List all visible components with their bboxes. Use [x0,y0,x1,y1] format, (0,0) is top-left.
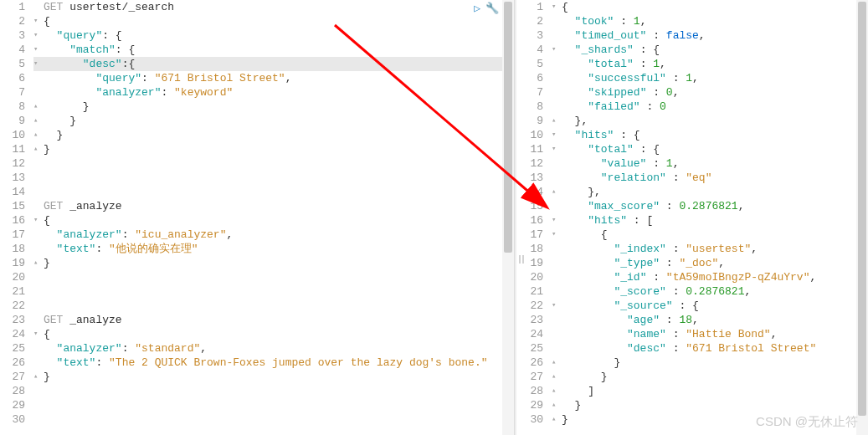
code-content[interactable]: "relation" : "eq" [562,171,868,185]
code-content[interactable] [44,284,514,299]
left-code-line[interactable]: 16▾{ [0,213,514,228]
left-code-line[interactable]: 10▴ } [0,128,514,142]
fold-toggle-icon[interactable]: ▾ [552,0,562,14]
right-code-line[interactable]: 29▴ } [515,398,868,412]
fold-toggle-icon[interactable]: ▾ [33,213,44,228]
code-content[interactable]: "total" : 1, [562,57,868,71]
right-code-line[interactable]: 3 "timed_out" : false, [515,28,868,43]
code-content[interactable]: } [44,256,514,270]
right-code-line[interactable]: 1▾{ [515,0,868,14]
code-content[interactable]: } [44,370,514,384]
code-content[interactable]: } [562,370,868,384]
fold-toggle-icon[interactable]: ▴ [552,356,562,370]
divider-handle-icon[interactable]: || [517,255,524,264]
code-content[interactable]: "desc":{ [44,57,514,71]
left-code-line[interactable]: 24▾{ [0,327,514,341]
fold-toggle-icon[interactable]: ▴ [552,412,562,427]
code-content[interactable] [44,398,514,412]
code-content[interactable]: } [44,142,514,156]
right-code-line[interactable]: 28▴ ] [515,384,868,398]
code-content[interactable] [44,156,514,171]
code-content[interactable] [44,412,514,427]
code-content[interactable]: "took" : 1, [562,14,868,28]
code-content[interactable]: { [44,213,514,228]
fold-toggle-icon[interactable]: ▾ [33,14,44,28]
left-code-line[interactable]: 25 "analyzer": "standard", [0,341,514,356]
code-content[interactable]: "query": "671 Bristol Street", [44,71,514,85]
fold-toggle-icon[interactable]: ▴ [33,370,44,384]
response-viewer-pane[interactable]: 1▾{2 "took" : 1,3 "timed_out" : false,4▾… [515,0,868,435]
code-content[interactable]: GET usertest/_search [44,0,514,14]
right-code-line[interactable]: 13 "relation" : "eq" [515,171,868,185]
right-code-line[interactable]: 2 "took" : 1, [515,14,868,28]
code-content[interactable] [44,185,514,199]
code-content[interactable]: { [562,228,868,242]
code-content[interactable]: "text": "他说的确实在理" [44,242,514,256]
right-code-line[interactable]: 8 "failed" : 0 [515,100,868,114]
code-content[interactable]: }, [562,185,868,199]
code-content[interactable] [44,270,514,284]
code-content[interactable] [44,171,514,185]
code-content[interactable]: "analyzer": "keyword" [44,85,514,100]
code-content[interactable]: "_type" : "_doc", [562,256,868,270]
left-code-line[interactable]: 4▾ "match": { [0,43,514,57]
fold-toggle-icon[interactable]: ▾ [552,228,562,242]
right-code-line[interactable]: 24 "name" : "Hattie Bond", [515,327,868,341]
fold-toggle-icon[interactable]: ▾ [552,128,562,142]
code-content[interactable]: } [44,128,514,142]
code-content[interactable]: "hits" : [ [562,213,868,228]
left-code-line[interactable]: 18 "text": "他说的确实在理" [0,242,514,256]
right-code-line[interactable]: 23 "age" : 18, [515,313,868,327]
right-code-line[interactable]: 21 "_score" : 0.2876821, [515,284,868,299]
code-content[interactable]: { [44,14,514,28]
code-content[interactable]: "text": "The 2 QUICK Brown-Foxes jumped … [44,356,514,370]
fold-toggle-icon[interactable]: ▾ [33,57,44,71]
right-code-line[interactable]: 12 "value" : 1, [515,156,868,171]
fold-toggle-icon[interactable]: ▴ [552,370,562,384]
code-content[interactable]: "match": { [44,43,514,57]
code-content[interactable]: "hits" : { [562,128,868,142]
left-code-line[interactable]: 8▴ } [0,100,514,114]
code-content[interactable]: } [562,398,868,412]
fold-toggle-icon[interactable]: ▾ [33,28,44,43]
fold-toggle-icon[interactable]: ▾ [552,213,562,228]
left-code-line[interactable]: 9▴ } [0,114,514,128]
left-code-line[interactable]: 21 [0,284,514,299]
right-code-line[interactable]: 5 "total" : 1, [515,57,868,71]
fold-toggle-icon[interactable]: ▴ [33,142,44,156]
code-content[interactable]: "_id" : "tA59moIBngzP-qZ4uYrv", [562,270,868,284]
code-content[interactable]: "total" : { [562,142,868,156]
left-code-line[interactable]: 23GET _analyze [0,313,514,327]
code-content[interactable]: "analyzer": "icu_analyzer", [44,228,514,242]
right-code-line[interactable]: 18 "_index" : "usertest", [515,242,868,256]
right-code-line[interactable]: 27▴ } [515,370,868,384]
code-content[interactable]: "age" : 18, [562,313,868,327]
fold-toggle-icon[interactable]: ▾ [552,43,562,57]
left-code-line[interactable]: 3▾ "query": { [0,28,514,43]
fold-toggle-icon[interactable]: ▴ [552,185,562,199]
code-content[interactable]: } [44,100,514,114]
left-code-line[interactable]: 22 [0,299,514,313]
left-code-line[interactable]: 2▾{ [0,14,514,28]
right-code-line[interactable]: 17▾ { [515,228,868,242]
left-code-line[interactable]: 20 [0,270,514,284]
left-code-line[interactable]: 27▴} [0,370,514,384]
code-content[interactable]: ] [562,384,868,398]
left-code-line[interactable]: 14 [0,185,514,199]
right-code-line[interactable]: 6 "successful" : 1, [515,71,868,85]
right-code-line[interactable]: 11▾ "total" : { [515,142,868,156]
run-icon[interactable]: ▷ [474,2,480,15]
left-code-line[interactable]: 1GET usertest/_search [0,0,514,14]
fold-toggle-icon[interactable]: ▴ [33,114,44,128]
pane-divider[interactable] [515,0,516,435]
right-scroll-thumb[interactable] [858,2,866,416]
left-code-line[interactable]: 13 [0,171,514,185]
right-code-line[interactable]: 9▴ }, [515,114,868,128]
right-code-line[interactable]: 25 "desc" : "671 Bristol Street" [515,341,868,356]
left-scrollbar[interactable] [502,0,514,435]
code-content[interactable]: "_source" : { [562,299,868,313]
fold-toggle-icon[interactable]: ▾ [552,299,562,313]
fold-toggle-icon[interactable]: ▴ [552,114,562,128]
code-content[interactable]: } [562,356,868,370]
code-content[interactable]: "_score" : 0.2876821, [562,284,868,299]
